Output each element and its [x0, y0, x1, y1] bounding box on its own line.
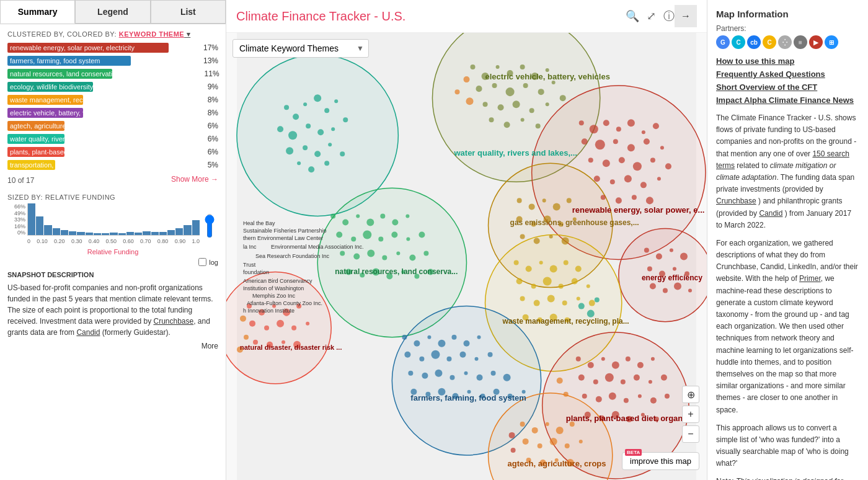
svg-point-44: [463, 76, 469, 82]
histogram-x-labels: 00.100.200.300.400.500.600.700.800.901.0: [27, 238, 200, 244]
svg-point-76: [529, 203, 535, 210]
svg-point-141: [520, 296, 525, 301]
hist-bar-7: [86, 233, 93, 235]
hist-bar-11: [118, 233, 126, 235]
legend-row-8: plants, plant-based diet, organic food6%: [7, 146, 218, 158]
histogram-slider[interactable]: [201, 216, 218, 236]
candid-link[interactable]: Candid: [76, 328, 100, 337]
svg-point-139: [572, 278, 578, 285]
svg-point-215: [661, 375, 667, 381]
dropdown-bar: Climate Keyword Themes ▼: [232, 39, 369, 58]
tab-legend[interactable]: Legend: [75, 0, 150, 24]
zoom-in-button[interactable]: +: [682, 406, 699, 423]
svg-point-173: [427, 336, 431, 339]
legend-bar-container-8: plants, plant-based diet, organic food: [7, 146, 197, 158]
show-more-link[interactable]: Show More →: [171, 175, 218, 184]
crunchbase-link-right[interactable]: Crunchbase: [716, 197, 756, 205]
primer-link[interactable]: Primer: [799, 274, 821, 283]
hist-bar-20: [192, 220, 200, 235]
svg-point-204: [601, 357, 605, 361]
svg-point-179: [419, 357, 424, 362]
partner-icon-2[interactable]: cb: [747, 35, 761, 49]
svg-point-130: [526, 266, 532, 272]
partner-icon-5[interactable]: ≡: [794, 35, 807, 49]
svg-point-86: [534, 238, 540, 244]
partner-icon-3[interactable]: C: [763, 35, 776, 49]
partner-icon-7[interactable]: ⊞: [825, 35, 838, 49]
partner-icon-6[interactable]: ▶: [809, 35, 823, 49]
svg-point-63: [633, 162, 642, 171]
svg-point-133: [564, 260, 569, 265]
svg-point-119: [670, 248, 673, 252]
svg-point-36: [513, 100, 520, 108]
legend-bar-8[interactable]: plants, plant-based diet, organic food: [7, 147, 64, 157]
svg-point-169: [244, 335, 249, 340]
legend-pct-6: 6%: [201, 122, 218, 130]
legend-pct-9: 5%: [201, 161, 218, 169]
svg-point-240: [579, 440, 583, 443]
svg-point-58: [644, 138, 650, 144]
svg-point-37: [529, 108, 534, 113]
improve-map-button[interactable]: BETA improve this map: [622, 452, 699, 470]
org-label-trust: Trust: [243, 262, 256, 268]
svg-point-62: [619, 157, 625, 163]
svg-point-13: [286, 147, 293, 154]
svg-point-41: [504, 122, 510, 128]
info-icon[interactable]: ⓘ: [663, 9, 675, 24]
search-icon[interactable]: 🔍: [626, 9, 639, 23]
svg-point-56: [613, 139, 618, 144]
legend-bar-5[interactable]: electric vehicle, battery, vehicles: [7, 108, 83, 118]
more-link[interactable]: More: [7, 342, 218, 350]
legend-pct-0: 17%: [201, 43, 218, 52]
log-checkbox[interactable]: [198, 258, 206, 266]
org-label-heal-the-bay: Heal the Bay: [243, 220, 275, 226]
partner-icon-4[interactable]: ⁛: [778, 35, 792, 49]
zoom-out-button[interactable]: −: [682, 425, 699, 443]
legend-bar-3[interactable]: ecology, wildlife biodiversity, conserva…: [7, 82, 93, 92]
map-area: Climate Keyword Themes ▼: [226, 33, 707, 480]
legend-bar-4[interactable]: waste management, recycling, plastic: [7, 95, 83, 105]
svg-point-73: [632, 195, 637, 200]
legend-bar-9[interactable]: transportation, mobility, public transit: [7, 160, 55, 170]
org-label-innovation: h Innovation Institute: [243, 308, 294, 314]
org-label-ema: Environmental Media Association Inc.: [271, 244, 364, 250]
svg-point-35: [498, 104, 504, 110]
legend-bar-7[interactable]: water quality, rivers and lakes, watersh…: [7, 134, 64, 144]
svg-point-143: [547, 295, 555, 303]
legend-bar-2[interactable]: natural resources, land conservation and…: [7, 69, 112, 79]
keyword-theme-dropdown[interactable]: Climate Keyword Themes: [232, 39, 369, 58]
svg-point-171: [402, 335, 407, 340]
locate-button[interactable]: ⊕: [682, 386, 699, 403]
svg-point-183: [475, 357, 479, 361]
keyword-theme-link[interactable]: KEYWORD THEME: [119, 30, 185, 38]
share-icon[interactable]: ⤢: [647, 9, 656, 23]
svg-point-161: [277, 320, 284, 327]
collapse-button[interactable]: →: [675, 5, 697, 27]
svg-point-159: [249, 321, 255, 327]
crunchbase-link[interactable]: Crunchbase: [153, 317, 193, 326]
partner-icon-0[interactable]: G: [716, 35, 730, 49]
legend-bar-6[interactable]: agtech, agriculture, crops: [7, 121, 64, 131]
svg-point-23: [496, 65, 500, 69]
link-faq[interactable]: Frequently Asked Questions: [716, 69, 859, 79]
svg-point-127: [674, 283, 681, 290]
legend-row-1: farmers, farming, food system13%: [7, 55, 218, 66]
hist-bar-6: [77, 232, 84, 235]
tab-summary[interactable]: Summary: [0, 0, 75, 24]
svg-point-118: [656, 253, 662, 259]
link-impact-alpha[interactable]: Impact Alpha Climate Finance News: [716, 96, 859, 105]
center-panel: Climate Finance Tracker - U.S. 🔍 ⤢ ⓘ → C…: [226, 0, 707, 480]
link-how-to-use[interactable]: How to use this map: [716, 56, 859, 66]
candid-link-right[interactable]: Candid: [759, 209, 782, 218]
legend-bar-1[interactable]: farmers, farming, food system: [7, 56, 131, 66]
svg-point-185: [408, 371, 413, 376]
tab-list[interactable]: List: [151, 0, 226, 24]
partner-icon-1[interactable]: C: [732, 35, 745, 49]
map-controls: ⊕ + −: [682, 386, 699, 443]
svg-point-125: [650, 283, 656, 290]
svg-point-99: [378, 236, 383, 241]
legend-bar-0[interactable]: renewable energy, solar power, electrici…: [7, 43, 169, 53]
right-description-3: This approach allows us to convert a sim…: [716, 422, 859, 470]
histogram-x-label: 0.20: [54, 238, 65, 244]
link-short-overview[interactable]: Short Overview of the CFT: [716, 82, 859, 92]
